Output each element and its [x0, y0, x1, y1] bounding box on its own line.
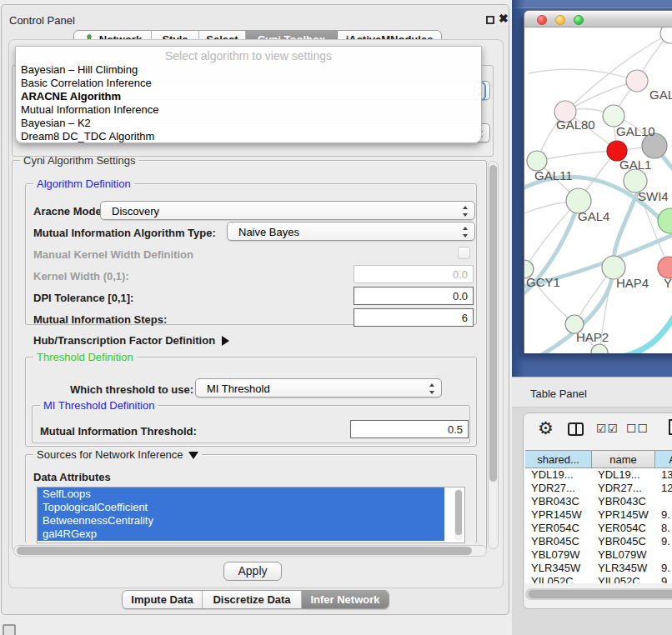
- network-node-label: GAL: [649, 88, 672, 102]
- table-cell[interactable]: 12: [655, 482, 672, 495]
- table-horizontal-scrollbar-thumb[interactable]: [529, 590, 672, 598]
- algorithm-option[interactable]: Basic Correlation Inference: [16, 77, 481, 90]
- column-manager-icon[interactable]: [568, 422, 584, 436]
- table-cell[interactable]: YPR145W: [525, 508, 592, 522]
- algorithm-option[interactable]: ARACNE Algorithm: [16, 90, 481, 103]
- kernel-width-field[interactable]: 0.0: [354, 265, 474, 283]
- node-table: shared...nameA YDL19...YDL19...13YDR27..…: [525, 450, 672, 583]
- table-cell[interactable]: YER054C: [525, 522, 592, 535]
- expanded-arrow-icon[interactable]: [188, 452, 198, 459]
- which-threshold-select[interactable]: MI Threshold: [195, 378, 442, 398]
- table-row[interactable]: YIL052CYIL052C9.: [525, 575, 672, 583]
- table-cell[interactable]: YLR345W: [525, 562, 592, 575]
- network-window-titlebar[interactable]: [524, 10, 672, 28]
- bottom-tab-impute-data[interactable]: Impute Data: [123, 591, 203, 608]
- settings-horizontal-scrollbar-thumb[interactable]: [17, 547, 472, 555]
- algorithm-option[interactable]: Bayesian – K2: [16, 117, 481, 130]
- minimize-window-icon[interactable]: [555, 15, 565, 25]
- table-cell[interactable]: YIL052C: [525, 575, 592, 583]
- mi-threshold-field[interactable]: 0.5: [350, 420, 469, 438]
- table-row[interactable]: YER054CYER054C8.: [525, 522, 672, 535]
- list-scrollbar[interactable]: [454, 489, 463, 541]
- close-window-icon[interactable]: [537, 15, 547, 25]
- close-panel-icon[interactable]: ✖: [499, 12, 509, 25]
- table-row[interactable]: YBL079WYBL079W: [525, 548, 672, 562]
- select-all-checkboxes-icon[interactable]: ☑☑: [596, 422, 619, 435]
- table-cell[interactable]: [655, 495, 672, 508]
- bottom-tab-discretize-data[interactable]: Discretize Data: [203, 591, 302, 608]
- table-cell[interactable]: YIL052C: [592, 575, 655, 583]
- algorithm-option[interactable]: Mutual Information Inference: [16, 103, 481, 117]
- table-cell[interactable]: 9.: [655, 535, 672, 548]
- column-header[interactable]: shared...: [525, 451, 592, 468]
- column-header[interactable]: name: [592, 451, 655, 468]
- settings-vertical-scrollbar-thumb[interactable]: [489, 165, 497, 482]
- table-cell[interactable]: 9.: [655, 508, 672, 522]
- settings-vertical-scrollbar[interactable]: [488, 161, 499, 549]
- table-row[interactable]: YDR27...YDR27...12: [525, 482, 672, 495]
- list-scrollbar-thumb[interactable]: [455, 490, 462, 535]
- table-cell[interactable]: YDL19...: [592, 468, 655, 482]
- table-cell[interactable]: YBL079W: [525, 548, 592, 562]
- new-column-icon[interactable]: [669, 419, 672, 435]
- zoom-window-icon[interactable]: [574, 15, 584, 25]
- table-cell[interactable]: [655, 548, 672, 562]
- algorithm-option[interactable]: Bayesian – Hill Climbing: [16, 63, 481, 77]
- which-threshold-spinner-icon: [429, 382, 435, 395]
- gear-icon[interactable]: ⚙: [538, 420, 554, 437]
- table-cell[interactable]: YBR045C: [525, 535, 592, 548]
- dpi-tolerance-field[interactable]: 0.0: [354, 287, 474, 305]
- table-cell[interactable]: YER054C: [592, 522, 655, 535]
- table-cell[interactable]: YLR345W: [592, 562, 655, 575]
- algorithm-option[interactable]: Dream8 DC_TDC Algorithm: [16, 130, 481, 143]
- bottom-tab-infer-network[interactable]: Infer Network: [302, 591, 389, 608]
- table-cell[interactable]: YBL079W: [592, 548, 655, 562]
- attribute-item-selected[interactable]: SelfLoops: [38, 488, 444, 501]
- table-cell[interactable]: 9.: [655, 575, 672, 583]
- network-edge-highlighted[interactable]: [618, 313, 672, 353]
- screen: { "control_panel": { "title": "Control P…: [0, 0, 672, 635]
- attribute-item-selected[interactable]: BetweennessCentrality: [38, 514, 444, 528]
- table-row[interactable]: YLR345WYLR345W9.: [525, 562, 672, 575]
- table-cell[interactable]: 9.: [655, 562, 672, 575]
- table-row[interactable]: YPR145WYPR145W9.: [525, 508, 672, 522]
- network-node-label: GAL4: [578, 209, 609, 223]
- network-node-gal[interactable]: [626, 70, 648, 92]
- deselect-all-checkboxes-icon[interactable]: ☐☐: [626, 422, 649, 435]
- table-row[interactable]: YDL19...YDL19...13: [525, 468, 672, 482]
- table-row[interactable]: YBR043CYBR043C: [525, 495, 672, 508]
- table-panel-bar: Table Panel: [512, 377, 672, 408]
- dropdown-hint: Select algorithm to view settings: [16, 48, 481, 63]
- table-row[interactable]: YBR045CYBR045C9.: [525, 535, 672, 548]
- apply-button[interactable]: Apply: [223, 562, 282, 581]
- mi-steps-field[interactable]: 6: [354, 308, 474, 327]
- network-node[interactable]: [660, 28, 672, 43]
- float-window-icon[interactable]: [486, 16, 494, 24]
- network-node-label: GAL11: [534, 168, 573, 182]
- table-cell[interactable]: 13: [655, 468, 672, 482]
- collapsed-arrow-icon[interactable]: [222, 336, 229, 346]
- table-cell[interactable]: YBR045C: [592, 535, 655, 548]
- manual-kernel-checkbox[interactable]: [458, 247, 470, 259]
- attribute-item-selected[interactable]: TopologicalCoefficient: [38, 501, 444, 514]
- sources-group-title[interactable]: Sources for Network Inference: [33, 448, 202, 461]
- table-cell[interactable]: YDL19...: [525, 468, 592, 482]
- desktop-top-strip: [512, 0, 672, 8]
- table-cell[interactable]: YDR27...: [592, 482, 655, 495]
- column-header[interactable]: A: [655, 451, 672, 468]
- table-cell[interactable]: YDR27...: [525, 482, 592, 495]
- table-cell[interactable]: YBR043C: [525, 495, 592, 508]
- mi-type-select[interactable]: Naive Bayes: [227, 222, 475, 241]
- hub-definition-toggle[interactable]: Hub/Transcription Factor Definition: [33, 334, 229, 347]
- table-cell[interactable]: YBR043C: [592, 495, 655, 508]
- aracne-mode-select[interactable]: Discovery: [100, 201, 475, 220]
- network-canvas[interactable]: GALGAL80GAL10GAL1GAL11SWI4GAL4GCY1HAP4YH…: [524, 28, 672, 353]
- collapsed-panel-icon[interactable]: [3, 624, 16, 635]
- table-cell[interactable]: 8.: [655, 522, 672, 535]
- attribute-item-selected[interactable]: gal4RGexp: [38, 528, 444, 541]
- network-node[interactable]: [658, 208, 672, 233]
- table-cell[interactable]: YPR145W: [592, 508, 655, 522]
- network-graph[interactable]: GALGAL80GAL10GAL1GAL11SWI4GAL4GCY1HAP4YH…: [524, 28, 672, 353]
- table-horizontal-scrollbar[interactable]: [525, 588, 672, 600]
- settings-horizontal-scrollbar[interactable]: [13, 545, 487, 557]
